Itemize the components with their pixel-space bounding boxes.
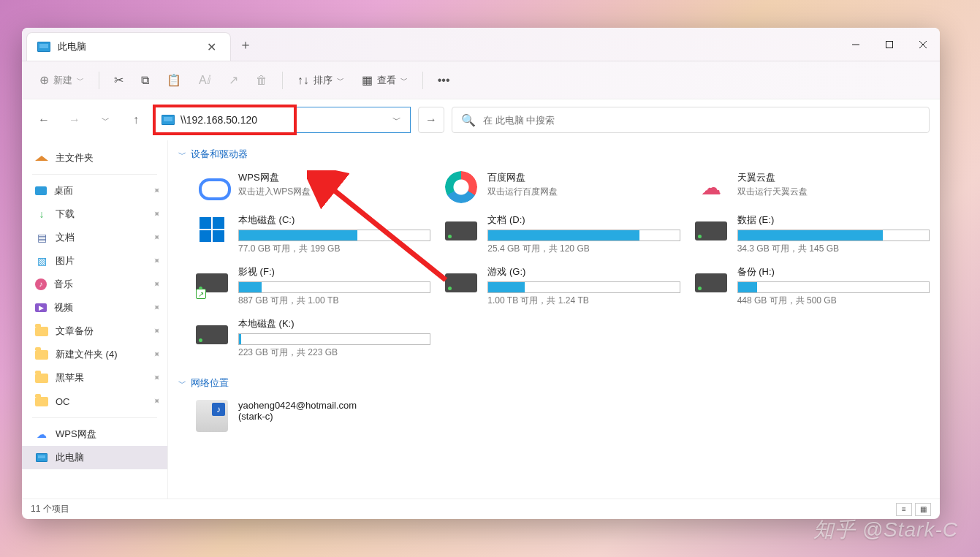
network-location-item[interactable]: yaoheng0424@hotmail.com (stark-c) <box>196 397 430 435</box>
network-sub: (stark-c) <box>238 411 430 422</box>
drive-item[interactable]: 备份 (H:) 448 GB 可用，共 500 GB <box>695 262 930 310</box>
rename-icon: Aⅈ <box>199 73 211 87</box>
sort-icon: ↑↓ <box>297 74 309 87</box>
cut-button[interactable]: ✂ <box>107 68 131 93</box>
drive-item[interactable]: 游戏 (G:) 1.00 TB 可用，共 1.24 TB <box>445 262 680 310</box>
up-button[interactable]: ↑ <box>124 108 148 132</box>
back-button[interactable]: ← <box>32 108 56 132</box>
group-devices-label: 设备和驱动器 <box>191 148 248 161</box>
recent-button[interactable]: ﹀ <box>94 108 117 132</box>
body: 主文件夹 桌面✦↓下载✦▤文档✦▧图片✦♪音乐✦▶视频✦文章备份✦新建文件夹 (… <box>22 140 940 499</box>
sidebar-item-label: 新建文件夹 (4) <box>56 348 118 361</box>
details-view-button[interactable]: ≡ <box>896 503 912 516</box>
drive-item[interactable]: ↗ 影视 (F:) 887 GB 可用，共 1.00 TB <box>196 262 430 310</box>
sidebar-pinned-item[interactable]: ▶视频✦ <box>22 296 167 319</box>
pin-icon: ✦ <box>151 185 163 197</box>
maximize-button[interactable] <box>873 28 906 61</box>
share-button[interactable]: ↗ <box>221 68 246 93</box>
rename-button[interactable]: Aⅈ <box>191 68 219 93</box>
chevron-down-icon: ﹀ <box>400 75 408 86</box>
pin-icon: ✦ <box>151 255 163 268</box>
group-network-label: 网络位置 <box>191 376 229 390</box>
sidebar-pinned-item[interactable]: ▤文档✦ <box>22 226 167 249</box>
hdd-icon <box>695 221 727 240</box>
drive-item[interactable]: 本地磁盘 (K:) 223 GB 可用，共 223 GB <box>196 314 430 362</box>
shared-overlay-icon: ↗ <box>196 289 206 299</box>
svg-rect-1 <box>886 41 893 48</box>
copy-button[interactable]: ⧉ <box>134 68 156 93</box>
forward-button[interactable]: → <box>63 108 86 132</box>
monitor-icon <box>35 451 48 464</box>
separator <box>282 72 283 89</box>
delete-button[interactable]: 🗑 <box>248 68 275 93</box>
tiles-view-button[interactable]: ▦ <box>915 503 931 516</box>
sidebar-wps[interactable]: ☁ WPS网盘 <box>22 423 167 446</box>
drive-capacity-text: 1.00 TB 可用，共 1.24 TB <box>487 295 680 307</box>
sidebar-item-label: 桌面 <box>54 184 73 197</box>
sidebar-pinned-item[interactable]: 新建文件夹 (4)✦ <box>22 343 167 366</box>
new-tab-button[interactable]: ＋ <box>231 28 260 61</box>
sidebar-item-label: 下载 <box>56 208 75 221</box>
sidebar-home[interactable]: 主文件夹 <box>22 146 167 170</box>
pin-icon: ✦ <box>151 302 163 314</box>
folder-icon <box>35 348 48 361</box>
sidebar-pinned-item[interactable]: ↓下载✦ <box>22 202 167 226</box>
group-devices-header[interactable]: ﹀ 设备和驱动器 <box>178 143 930 165</box>
hdd-icon <box>196 325 228 344</box>
sidebar-item-label: OC <box>56 396 70 407</box>
hdd-icon <box>445 273 477 292</box>
drive-name: 文档 (D:) <box>487 213 680 227</box>
paste-button[interactable]: 📋 <box>159 68 189 93</box>
chevron-down-icon: ﹀ <box>178 149 186 160</box>
sidebar-pinned-item[interactable]: ▧图片✦ <box>22 249 167 273</box>
chevron-down-icon: ﹀ <box>178 378 186 389</box>
scissors-icon: ✂ <box>114 73 124 87</box>
item-title: 百度网盘 <box>487 171 680 184</box>
search-box[interactable]: 🔍 <box>452 107 930 133</box>
folder-icon <box>35 395 48 408</box>
sidebar-pinned-item[interactable]: 文章备份✦ <box>22 319 167 343</box>
drive-item[interactable]: 数据 (E:) 34.3 GB 可用，共 145 GB <box>695 211 930 258</box>
pin-icon: ✦ <box>151 349 163 361</box>
drive-name: 影视 (F:) <box>238 265 430 278</box>
search-input[interactable] <box>483 115 920 126</box>
hdd-icon <box>695 273 727 292</box>
sidebar-this-pc[interactable]: 此电脑 <box>22 446 167 469</box>
windows-drive-icon <box>200 217 224 242</box>
plus-circle-icon: ⊕ <box>39 73 49 87</box>
address-input[interactable] <box>181 114 384 126</box>
drive-item[interactable]: 本地磁盘 (C:) 77.0 GB 可用，共 199 GB <box>196 211 430 258</box>
tab-close-button[interactable]: ✕ <box>202 38 220 56</box>
address-history-dropdown[interactable]: ﹀ <box>390 114 404 126</box>
new-button[interactable]: ⊕ 新建 ﹀ <box>32 68 91 93</box>
tianyi-cloud-icon <box>695 171 727 203</box>
new-label: 新建 <box>53 74 72 87</box>
cloud-icon: ☁ <box>35 428 48 441</box>
drive-item[interactable]: 文档 (D:) 25.4 GB 可用，共 120 GB <box>445 211 680 258</box>
status-bar: 11 个项目 ≡ ▦ <box>22 499 940 519</box>
close-button[interactable] <box>906 28 940 61</box>
capacity-bar <box>487 281 680 293</box>
clipboard-icon: 📋 <box>167 73 181 87</box>
sidebar-pinned-item[interactable]: ♪音乐✦ <box>22 273 167 296</box>
group-network-header[interactable]: ﹀ 网络位置 <box>178 372 930 394</box>
drive-name: 本地磁盘 (K:) <box>238 317 430 330</box>
go-button[interactable]: → <box>418 107 444 133</box>
sort-button[interactable]: ↑↓ 排序 ﹀ <box>290 68 352 93</box>
sidebar-pinned-item[interactable]: 桌面✦ <box>22 179 167 202</box>
tab-this-pc[interactable]: 此电脑 ✕ <box>26 32 231 61</box>
minimize-button[interactable] <box>839 28 873 61</box>
cloud-drive-item[interactable]: 天翼云盘 双击运行天翼云盘 <box>695 168 930 206</box>
item-subtitle: 双击进入WPS网盘 <box>238 186 430 198</box>
cloud-drive-item[interactable]: 百度网盘 双击运行百度网盘 <box>445 168 680 206</box>
sidebar-item-label: 文章备份 <box>56 325 94 338</box>
view-button[interactable]: ▦ 查看 ﹀ <box>354 68 415 93</box>
more-button[interactable]: ••• <box>430 68 457 93</box>
cloud-drive-item[interactable]: WPS网盘 双击进入WPS网盘 <box>196 168 430 206</box>
address-bar[interactable]: ﹀ <box>155 107 411 133</box>
item-count: 11 个项目 <box>31 503 69 515</box>
sidebar-pinned-item[interactable]: 黑苹果✦ <box>22 366 167 390</box>
pin-icon: ✦ <box>151 278 163 291</box>
sidebar-pinned-item[interactable]: OC✦ <box>22 390 167 413</box>
chevron-down-icon: ﹀ <box>77 75 84 86</box>
